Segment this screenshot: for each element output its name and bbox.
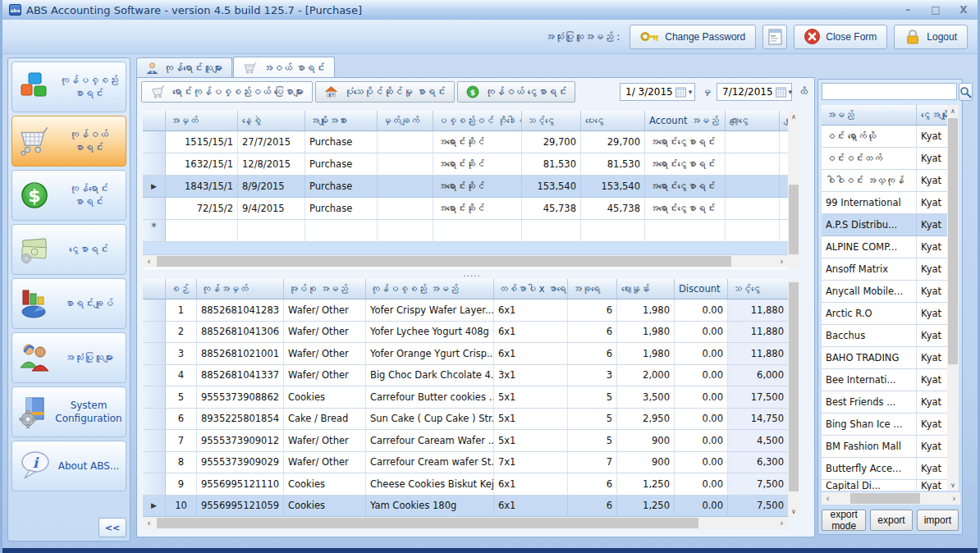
sidebar-item-about[interactable]: i About ABS... [11,441,126,491]
column-header[interactable]: Account အမည် [645,111,726,131]
detail-row[interactable]: 7 9555373909012 Wafer/ Other Carrefour C… [143,430,788,452]
row-selector-cell[interactable]: ▶ [143,496,166,518]
column-header[interactable]: ကုန်အမှတ် [197,279,284,299]
scroll-down-icon[interactable]: ∨ [947,479,959,491]
purchase-new-row[interactable]: * [143,220,788,242]
column-header[interactable]: အမည် [822,105,917,126]
detail-grid-vscrollbar[interactable]: ∨ [788,279,799,517]
vscroll-thumb[interactable] [789,185,799,254]
logout-button[interactable]: Logout [894,25,968,49]
sidebar-item-purchases[interactable]: ကုန်ဝယ် စာရင်း [11,116,126,167]
sidebar-item-cash[interactable]: ငွေစာရင်း [11,224,126,275]
supplier-row[interactable]: 99 International Kyat [822,192,947,214]
import-button[interactable]: import [917,510,959,531]
close-form-button[interactable]: Close Form [794,25,887,49]
scroll-down-icon[interactable]: ∨ [788,505,799,517]
purchase-grid-hscrollbar[interactable]: ‹ › [143,255,788,267]
purchase-grid-vscrollbar[interactable]: ∧ [788,111,799,269]
supplier-row[interactable]: Bacchus Kyat [822,325,947,347]
column-header[interactable]: အမျိုးအစား [305,111,378,131]
vscroll-thumb[interactable] [789,282,799,491]
detail-row[interactable]: 8 9555373909029 Wafer/ Other Carrefour C… [143,452,788,474]
purchase-row[interactable]: 72/15/2 9/4/2015 Purchase အရောင်းဆိုင် 4… [143,198,788,220]
notes-button[interactable] [762,25,787,49]
column-header[interactable]: ငွေအမျိုးအစား [917,105,947,126]
column-header[interactable]: မှတ်ချက် [378,111,433,131]
row-selector-cell[interactable] [143,430,166,452]
detail-row[interactable]: 1 8852681041283 Wafer/ Other Yofer Crisp… [143,299,788,322]
column-header[interactable]: ပစ္စည်းဝင် ဂိုဒေါင် [433,111,522,131]
hscroll-thumb[interactable] [157,256,731,267]
tab-suppliers[interactable]: ကုန်ရောင်းသူများ [136,57,232,78]
column-header[interactable]: ကုန်ပစ္စည်း အမည် [366,279,494,299]
detail-row[interactable]: ▶ 10 9556995121059 Cookies Yam Cookies 1… [143,496,788,518]
detail-row[interactable]: 4 8852681041337 Wafer/ Other Big Choc Da… [143,365,788,387]
row-selector-cell[interactable] [143,452,166,474]
column-header[interactable]: လျော့ငွေ [726,111,780,131]
subtab-fixed-assets[interactable]: ပုံသေပိုင်ဆိုင်မှု စာရင်း [315,81,455,103]
sidebar-collapse-button[interactable]: << [98,518,126,537]
chevron-down-icon[interactable]: ▾ [689,88,693,96]
scroll-right-icon[interactable]: › [776,517,788,529]
scroll-left-icon[interactable]: ‹ [143,255,155,267]
hscroll-thumb[interactable] [850,493,920,504]
sidebar-item-products[interactable]: ကုန်ပစ္စည်း စာရင်း [11,62,126,112]
from-date-picker[interactable]: 1/ 3/2015 ▾ [620,83,695,101]
supplier-row[interactable]: Butterfly Acce... Kyat [822,458,947,480]
to-date-picker[interactable]: 7/12/2015 ▾ [717,83,792,101]
detail-row[interactable]: 9 9556995121110 Cookies Cheese Cookies B… [143,473,788,496]
tab-purchase-list[interactable]: အဝယ် စာရင်း [233,57,335,78]
purchase-row[interactable]: ▶ 1843/15/1 8/9/2015 Purchase အရောင်းဆို… [143,176,788,198]
scroll-left-icon[interactable]: ‹ [822,492,834,505]
column-header[interactable]: အမှတ် [166,111,238,131]
detail-row[interactable]: 5 9555373908862 Cookies Carrefour Butter… [143,386,788,409]
close-button[interactable]: X [956,4,971,16]
scroll-right-icon[interactable]: › [776,255,788,267]
maximize-button[interactable]: □ [928,4,943,16]
subtab-purchase-invoices[interactable]: ရောင်းကုန်ပစ္စည်းဝယ် ပြေစာများ [141,81,313,103]
scroll-right-icon[interactable]: › [948,492,960,505]
chevron-down-icon[interactable]: ▾ [789,88,793,96]
sidebar-item-sales[interactable]: $ ကုန်ရောင်း စာရင်း [11,170,126,221]
scroll-left-icon[interactable]: ‹ [143,517,155,529]
row-selector-cell[interactable] [143,343,166,365]
supplier-row[interactable]: Capital Di... Kyat [822,480,947,491]
column-header[interactable]: ပေးငွေ [581,111,645,131]
scroll-up-icon[interactable]: ∧ [788,111,799,122]
supplier-row[interactable]: ဝင်း ရှောက်ယို Kyat [822,126,947,148]
column-header[interactable]: Discount [675,279,728,299]
row-selector-cell[interactable]: ▶ [143,176,166,198]
column-header[interactable]: ကျန်ငွေ [780,111,788,131]
detail-row[interactable]: 6 8935225801854 Cake / Bread Sun Cake ( … [143,409,788,431]
column-header[interactable]: နေ့စွဲ [238,111,305,131]
export-button[interactable]: export [870,510,912,531]
search-button[interactable] [959,83,973,101]
hscroll-thumb[interactable] [157,518,698,528]
export-mode-button[interactable]: export mode [822,510,866,531]
row-selector-cell[interactable] [143,386,166,409]
supplier-row[interactable]: Arctic R.O Kyat [822,303,947,325]
sidebar-item-system-configuration[interactable]: System Configuration [11,386,126,437]
row-selector-cell[interactable] [143,153,166,176]
row-selector-cell[interactable] [143,299,166,322]
supplier-row[interactable]: ဝါဝါဝင်း အလှကုန် Kyat [822,170,947,192]
column-header[interactable]: အခုရေ [568,279,617,299]
supplier-row[interactable]: Bing Shan Ice ... Kyat [822,414,947,436]
column-header[interactable]: စဉ် [166,279,197,299]
row-selector-cell[interactable] [143,131,166,153]
row-selector-cell[interactable] [143,365,166,387]
purchase-row[interactable]: 1632/15/1 12/8/2015 Purchase အရောင်းဆိုင… [143,153,788,176]
supplier-row[interactable]: BM Fashion Mall Kyat [822,436,947,458]
row-selector-cell[interactable] [143,322,166,344]
splitter-handle[interactable]: ..... [139,270,805,277]
purchase-row[interactable]: 1515/15/1 27/7/2015 Purchase အရောင်းဆိုင… [143,131,788,153]
supplier-row[interactable]: A.P.S Distribu... Kyat [822,214,947,236]
column-header[interactable]: ဈေးနှုန်း [617,279,675,299]
supplier-search-input[interactable] [822,83,957,100]
column-header[interactable]: တစ်ဖာပါ x ဖာရေ [494,279,568,299]
column-header[interactable]: အုပ်စု အမည် [284,279,366,299]
detail-grid-hscrollbar[interactable]: ‹ › [143,517,788,529]
scroll-up-icon[interactable]: ∧ [947,105,959,117]
column-header[interactable]: သင့်ငွေ [728,279,788,299]
detail-row[interactable]: 3 8852681021001 Wafer/ Other Yofer Orang… [143,343,788,365]
